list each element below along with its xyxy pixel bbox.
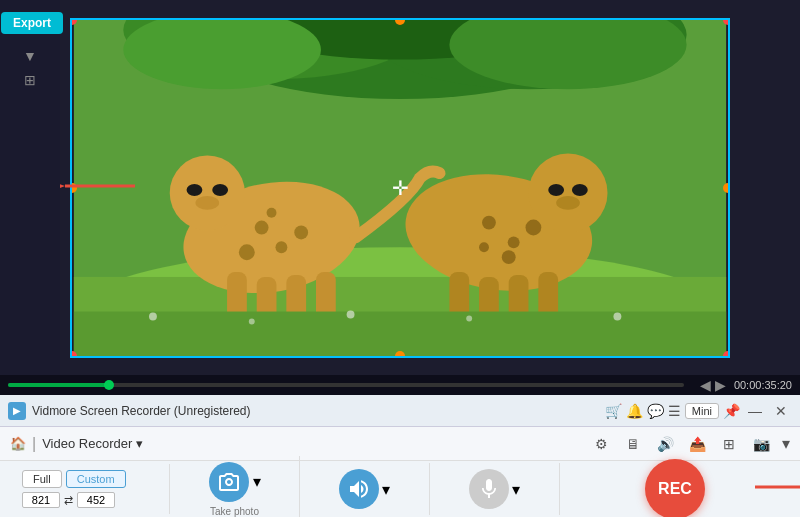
svg-point-15 <box>195 195 219 209</box>
svg-point-41 <box>249 318 255 324</box>
recorder-titlebar: ▶ Vidmore Screen Recorder (Unregistered)… <box>0 395 800 427</box>
menu-icon[interactable]: ☰ <box>668 403 681 419</box>
svg-point-27 <box>548 184 564 196</box>
svg-point-29 <box>556 195 580 209</box>
rec-section: REC <box>560 453 790 517</box>
app-icon: ▶ <box>8 402 26 420</box>
home-icon: 🏠 <box>10 436 26 451</box>
cart-icon[interactable]: 🛒 <box>605 403 622 419</box>
camera-section: ▾ Take photo <box>170 456 300 518</box>
camera-control[interactable]: ▾ <box>209 462 261 502</box>
svg-point-17 <box>275 241 287 253</box>
crosshair: ✛ <box>390 178 410 198</box>
toolbar-right: ⚙ 🖥 🔊 📤 ⊞ 📷 ▾ <box>590 433 790 455</box>
grid-icon[interactable]: ⊞ <box>24 72 36 88</box>
app-title: Vidmore Screen Recorder (Unregistered) <box>32 404 599 418</box>
mic-dropdown-arrow[interactable]: ▾ <box>512 480 520 499</box>
timeline-thumb[interactable] <box>104 380 114 390</box>
chat-icon[interactable]: 💬 <box>647 403 664 419</box>
camera-icon <box>209 462 249 502</box>
svg-point-14 <box>212 184 228 196</box>
mic-icon <box>469 469 509 509</box>
svg-point-32 <box>526 219 542 235</box>
sidebar-icons: ▼ ⊞ <box>23 48 37 88</box>
mode-label: Video Recorder ▾ <box>42 436 143 451</box>
timeline-track[interactable] <box>8 383 684 387</box>
svg-point-30 <box>482 215 496 229</box>
mini-button[interactable]: Mini <box>685 403 719 419</box>
titlebar-actions: 🛒 🔔 💬 ☰ Mini 📌 — ✕ <box>605 402 792 420</box>
sound-control[interactable]: ▾ <box>339 469 390 509</box>
height-input[interactable] <box>77 492 115 508</box>
svg-point-44 <box>613 312 621 320</box>
width-input[interactable] <box>22 492 60 508</box>
svg-rect-39 <box>74 311 726 355</box>
svg-point-20 <box>267 207 277 217</box>
svg-point-40 <box>149 312 157 320</box>
timeline-timestamp: 00:00:35:20 <box>734 379 792 391</box>
bell-icon[interactable]: 🔔 <box>626 403 643 419</box>
size-inputs: ⇄ <box>22 492 157 508</box>
camera-dropdown-icon[interactable]: ▾ <box>782 434 790 453</box>
svg-point-43 <box>466 315 472 321</box>
rec-arrow-indicator <box>750 472 800 506</box>
recorder-controls: Full Custom ⇄ ▾ Take photo <box>0 461 800 517</box>
grid-toolbar-icon[interactable]: ⊞ <box>718 433 740 455</box>
size-section: Full Custom ⇄ <box>10 464 170 514</box>
next-nav[interactable]: ▶ <box>715 377 726 393</box>
timeline-progress <box>8 383 109 387</box>
timeline-bar: ◀ ▶ 00:00:35:20 <box>0 375 800 395</box>
pin-icon[interactable]: 📌 <box>723 403 740 419</box>
close-button[interactable]: ✕ <box>770 402 792 420</box>
sound-icon <box>339 469 379 509</box>
video-frame: ✛ <box>70 18 730 358</box>
sound-dropdown-arrow[interactable]: ▾ <box>382 480 390 499</box>
export-toolbar-icon[interactable]: 📤 <box>686 433 708 455</box>
export-button[interactable]: Export <box>1 12 63 34</box>
handle-bottom-right[interactable] <box>723 351 730 358</box>
svg-point-16 <box>255 220 269 234</box>
mode-text: Video Recorder <box>42 436 132 451</box>
camera-dropdown-arrow[interactable]: ▾ <box>253 472 261 491</box>
recorder-panel: ▶ Vidmore Screen Recorder (Unregistered)… <box>0 395 800 517</box>
sound-section: ▾ <box>300 463 430 515</box>
sidebar-left: Export ▼ ⊞ <box>0 0 60 375</box>
svg-point-18 <box>239 244 255 260</box>
mode-dropdown-icon[interactable]: ▾ <box>136 436 143 451</box>
svg-point-12 <box>170 155 245 230</box>
camera-toolbar-icon[interactable]: 📷 <box>750 433 772 455</box>
svg-point-42 <box>347 310 355 318</box>
svg-point-26 <box>528 153 607 232</box>
filter-icon[interactable]: ▼ <box>23 48 37 64</box>
custom-size-button[interactable]: Custom <box>66 470 126 488</box>
prev-nav[interactable]: ◀ <box>700 377 711 393</box>
left-arrow-indicator <box>60 171 140 205</box>
svg-point-33 <box>502 250 516 264</box>
size-swap-icon[interactable]: ⇄ <box>64 494 73 507</box>
handle-bottom-mid[interactable] <box>395 351 405 358</box>
rec-button[interactable]: REC <box>645 459 705 517</box>
svg-point-34 <box>479 242 489 252</box>
size-buttons: Full Custom <box>22 470 157 488</box>
handle-top-right[interactable] <box>723 18 730 25</box>
handle-mid-right[interactable] <box>723 183 730 193</box>
camera-label: Take photo <box>210 506 259 517</box>
minimize-button[interactable]: — <box>744 402 766 420</box>
timeline-nav: ◀ ▶ <box>700 377 726 393</box>
video-area: Export ▼ ⊞ <box>0 0 800 375</box>
home-button[interactable]: 🏠 <box>10 436 26 451</box>
full-size-button[interactable]: Full <box>22 470 62 488</box>
mic-control[interactable]: ▾ <box>469 469 520 509</box>
svg-point-31 <box>508 236 520 248</box>
svg-point-13 <box>187 184 203 196</box>
mic-section: ▾ <box>430 463 560 515</box>
gear-icon[interactable]: ⚙ <box>590 433 612 455</box>
screen-icon[interactable]: 🖥 <box>622 433 644 455</box>
volume-toolbar-icon[interactable]: 🔊 <box>654 433 676 455</box>
svg-point-19 <box>294 225 308 239</box>
separator: | <box>32 435 36 453</box>
svg-point-28 <box>572 184 588 196</box>
